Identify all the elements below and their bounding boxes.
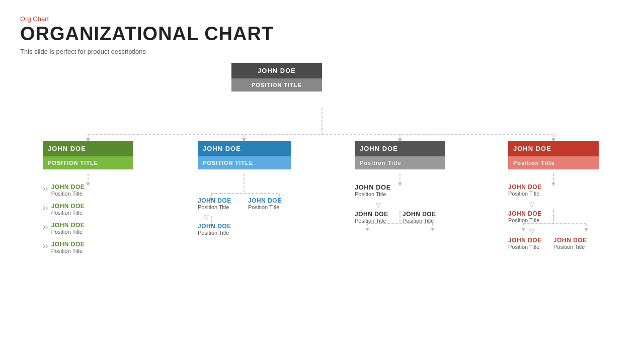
subtitle: This slide is perfect for product descri… bbox=[20, 48, 624, 55]
arrow-icon: ›› bbox=[43, 184, 48, 193]
blue-l2-pos: Position Title bbox=[198, 230, 243, 236]
page-title: ORGANIZATIONAL CHART bbox=[20, 24, 624, 45]
gray-col: JOHN DOE Position Title JOHN DOE Positio… bbox=[355, 141, 445, 224]
green-child-2-pos: Position Title bbox=[51, 210, 85, 216]
green-child-3-name: JOHN DOE bbox=[51, 222, 85, 229]
green-child-4-name: JOHN DOE bbox=[51, 241, 85, 248]
green-child-3-pos: Position Title bbox=[51, 229, 85, 235]
red-c4-name: JOHN DOE bbox=[553, 237, 594, 244]
blue-sub-left: JOHN DOE Position Title ▽ JOHN DOE Posit… bbox=[198, 197, 243, 236]
down-arrow-icon: ▽ bbox=[508, 201, 599, 208]
green-child-1-pos: Position Title bbox=[51, 191, 85, 197]
gray-c3-pos: Position Title bbox=[403, 218, 445, 224]
red-card-pos: Position Title bbox=[508, 156, 599, 169]
red-c3-name: JOHN DOE bbox=[508, 237, 548, 244]
blue-card-name: JOHN DOE bbox=[198, 141, 291, 156]
arrow-icon: ›› bbox=[43, 222, 48, 231]
green-card-pos: POSITION TITLE bbox=[43, 156, 133, 169]
top-node-card: JOHN DOE POSITION TITLE bbox=[231, 63, 322, 92]
green-card-name: JOHN DOE bbox=[43, 141, 133, 156]
arrow-icon: ›› bbox=[43, 241, 48, 250]
svg-marker-32 bbox=[431, 228, 435, 231]
blue-l2: JOHN DOE Position Title bbox=[198, 223, 243, 236]
blue-sub-right: JOHN DOE Position Title bbox=[248, 197, 293, 236]
red-child-3: JOHN DOE Position Title bbox=[508, 237, 548, 250]
red-c2-pos: Position Title bbox=[508, 217, 599, 223]
red-c3-pos: Position Title bbox=[508, 244, 548, 250]
top-node-position: POSITION TITLE bbox=[231, 78, 322, 92]
green-child-2: ›› JOHN DOE Position Title bbox=[43, 203, 133, 216]
red-c1-pos: Position Title bbox=[508, 191, 599, 197]
down-arrow-icon: ▽ bbox=[355, 201, 445, 209]
green-child-3: ›› JOHN DOE Position Title bbox=[43, 222, 133, 235]
gray-c1-name: JOHN DOE bbox=[355, 184, 445, 191]
green-child-2-name: JOHN DOE bbox=[51, 203, 85, 210]
blue-card-pos: POSITION TITLE bbox=[198, 156, 291, 169]
red-child-1: JOHN DOE Position Title bbox=[508, 184, 599, 197]
svg-marker-31 bbox=[365, 228, 369, 231]
gray-c3-name: JOHN DOE bbox=[403, 211, 445, 218]
org-chart-label: Org Chart bbox=[20, 15, 624, 23]
gray-card-name: JOHN DOE bbox=[355, 141, 445, 156]
red-child-2: JOHN DOE Position Title bbox=[508, 210, 599, 223]
blue-r1-pos: Position Title bbox=[248, 204, 293, 210]
gray-c2-name: JOHN DOE bbox=[355, 211, 397, 218]
red-c4-pos: Position Title bbox=[553, 244, 594, 250]
blue-r1-name: JOHN DOE bbox=[248, 197, 293, 204]
green-child-4-pos: Position Title bbox=[51, 248, 85, 254]
green-child-1: ›› JOHN DOE Position Title bbox=[43, 184, 133, 197]
red-card-name: JOHN DOE bbox=[508, 141, 599, 156]
arrow-icon: ›› bbox=[43, 203, 48, 212]
red-c2-name: JOHN DOE bbox=[508, 210, 599, 217]
blue-l1-pos: Position Title bbox=[198, 204, 243, 210]
blue-l2-name: JOHN DOE bbox=[198, 223, 243, 230]
green-col: JOHN DOE POSITION TITLE ›› JOHN DOE Posi… bbox=[43, 141, 133, 254]
gray-child-1: JOHN DOE Position Title bbox=[355, 184, 445, 197]
gray-c2-pos: Position Title bbox=[355, 218, 397, 224]
gray-child-2: JOHN DOE Position Title bbox=[355, 211, 397, 224]
down-arrow-icon-2: ▽ bbox=[508, 227, 599, 235]
gray-child-3: JOHN DOE Position Title bbox=[403, 211, 445, 224]
blue-l1-name: JOHN DOE bbox=[198, 197, 243, 204]
gray-card-pos: Position Title bbox=[355, 156, 445, 169]
red-c1-name: JOHN DOE bbox=[508, 184, 599, 191]
slide: { "header": { "label": "Org Chart", "tit… bbox=[0, 0, 644, 362]
blue-col: JOHN DOE POSITION TITLE JOHN DOE Positio… bbox=[198, 141, 293, 236]
top-node-name: JOHN DOE bbox=[231, 63, 322, 78]
gray-c1-pos: Position Title bbox=[355, 191, 445, 197]
down-arrow-icon: ▽ bbox=[198, 213, 243, 221]
org-chart-area: JOHN DOE POSITION TITLE JOHN DOE POSITIO… bbox=[0, 60, 644, 362]
red-col: JOHN DOE Position Title JOHN DOE Positio… bbox=[508, 141, 599, 250]
red-child-4: JOHN DOE Position Title bbox=[553, 237, 594, 250]
green-child-1-name: JOHN DOE bbox=[51, 184, 85, 191]
green-child-4: ›› JOHN DOE Position Title bbox=[43, 241, 133, 254]
